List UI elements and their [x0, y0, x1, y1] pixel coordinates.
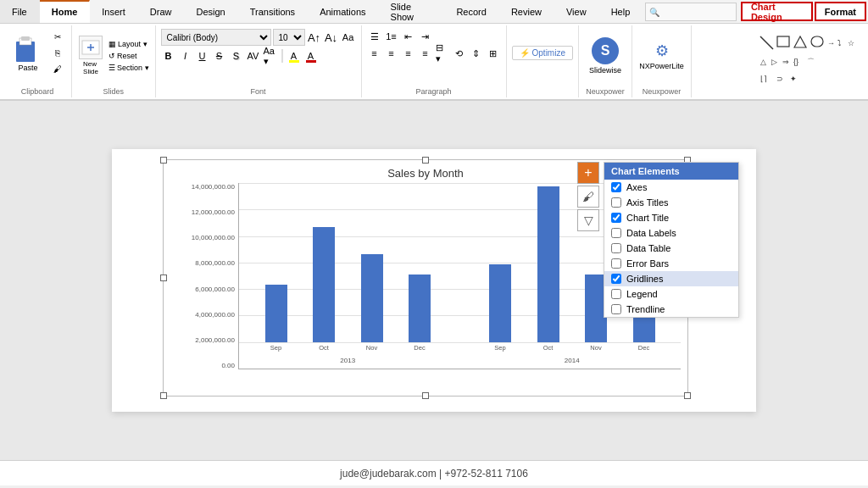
bar-2014-sep [489, 264, 511, 342]
panel-item-data-table[interactable]: Data Table [604, 241, 738, 256]
chart-style-button[interactable]: 🖌 [577, 186, 599, 208]
cut-button[interactable]: ✂ [49, 29, 66, 44]
tab-file[interactable]: File [0, 0, 40, 23]
chart-title-label: Chart Title [626, 213, 669, 223]
slidewise-button[interactable]: S Slidewise [584, 36, 626, 76]
copy-button[interactable]: ⎘ [49, 45, 66, 60]
new-slide-button[interactable]: NewSlide [77, 34, 104, 77]
shadow-button[interactable]: S [229, 48, 244, 64]
slide-canvas: Sales by Month 14,000,000.00 12,000,000.… [112, 149, 756, 412]
axis-titles-checkbox[interactable] [611, 197, 621, 208]
bar-2013-oct [313, 227, 335, 342]
underline-button[interactable]: U [195, 48, 210, 64]
panel-item-data-labels[interactable]: Data Labels [604, 225, 738, 241]
tab-transitions[interactable]: Transitions [238, 0, 308, 23]
handle-bottom-right[interactable] [684, 392, 691, 399]
tab-review[interactable]: Review [499, 0, 554, 23]
numbering-button[interactable]: 1≡ [384, 29, 399, 44]
chart-filter-button[interactable]: ▽ [577, 209, 599, 231]
indent-decrease-button[interactable]: ⇤ [401, 29, 416, 44]
case-button[interactable]: Aa ▾ [263, 48, 278, 64]
svg-text:△: △ [760, 58, 766, 66]
align-text-button[interactable]: ⇕ [469, 46, 484, 61]
svg-text:⌒: ⌒ [807, 58, 815, 66]
neuxpower-slidewise-label: Neuxpower [586, 86, 625, 97]
main-area: Sales by Month 14,000,000.00 12,000,000.… [0, 101, 868, 460]
tab-record[interactable]: Record [444, 0, 498, 23]
panel-item-axes[interactable]: Axes [604, 180, 738, 195]
indent-increase-button[interactable]: ⇥ [418, 29, 433, 44]
handle-middle-left[interactable] [160, 274, 167, 281]
tab-chart-design[interactable]: Chart Design [741, 2, 813, 21]
new-slide-icon [81, 40, 100, 55]
legend-checkbox[interactable] [611, 289, 621, 299]
paste-button[interactable]: Paste [8, 29, 47, 76]
panel-item-error-bars[interactable]: Error Bars [604, 256, 738, 271]
align-justify-button[interactable]: ≡ [418, 46, 433, 61]
tab-animations[interactable]: Animations [308, 0, 378, 23]
panel-item-axis-titles[interactable]: Axis Titles [604, 195, 738, 210]
align-center-button[interactable]: ≡ [384, 46, 399, 61]
contact-info: jude@judebarak.com | +972-52-811 7106 [340, 468, 528, 480]
layout-button[interactable]: ▦Layout ▾ [108, 39, 150, 49]
handle-bottom-middle[interactable] [422, 392, 429, 399]
tab-insert[interactable]: Insert [90, 0, 138, 23]
trendline-checkbox[interactable] [611, 304, 621, 314]
panel-item-chart-title[interactable]: Chart Title [604, 210, 738, 225]
ribbon-content: Paste ✂ ⎘ 🖌 Clipboard [0, 24, 868, 100]
chart-title-checkbox[interactable] [611, 213, 621, 223]
axis-titles-label: Axis Titles [626, 197, 669, 208]
align-left-button[interactable]: ≡ [367, 46, 382, 61]
align-right-button[interactable]: ≡ [401, 46, 416, 61]
optimize-button[interactable]: ⚡ Optimize [512, 46, 573, 60]
font-color-button[interactable]: A [303, 48, 319, 64]
bar-label-sep-2013: Sep [270, 344, 281, 352]
panel-item-trendline[interactable]: Trendline [604, 302, 738, 317]
y-axis: 14,000,000.00 12,000,000.00 10,000,000.0… [170, 183, 238, 369]
text-direction-button[interactable]: ⟲ [452, 46, 467, 61]
tab-format[interactable]: Format [815, 2, 866, 21]
axes-checkbox[interactable] [611, 182, 621, 192]
bullets-button[interactable]: ☰ [367, 29, 382, 44]
tab-slideshow[interactable]: Slide Show [379, 0, 445, 23]
font-size-select[interactable]: 10 [273, 29, 305, 46]
error-bars-checkbox[interactable] [611, 258, 621, 269]
smartart-button[interactable]: ⊞ [486, 46, 501, 61]
format-painter-button[interactable]: 🖌 [49, 61, 66, 76]
status-bar: jude@judebarak.com | +972-52-811 7106 [0, 460, 868, 485]
handle-top-left[interactable] [160, 157, 167, 164]
data-table-checkbox[interactable] [611, 243, 621, 253]
y-label-7: 14,000,000.00 [192, 183, 235, 191]
svg-marker-8 [794, 36, 806, 47]
font-family-select[interactable]: Calibri (Body) [161, 29, 271, 46]
tab-help[interactable]: Help [599, 0, 643, 23]
char-spacing-button[interactable]: AV [246, 48, 261, 64]
gridlines-checkbox[interactable] [611, 274, 621, 284]
handle-bottom-left[interactable] [160, 392, 167, 399]
increase-font-button[interactable]: A↑ [307, 30, 322, 45]
data-labels-checkbox[interactable] [611, 228, 621, 238]
tab-view[interactable]: View [554, 0, 599, 23]
italic-button[interactable]: I [178, 48, 193, 64]
panel-item-gridlines[interactable]: Gridlines [604, 271, 738, 286]
add-element-button[interactable]: + [577, 162, 599, 184]
ribbon-group-optimize: ⚡ Optimize [507, 25, 579, 97]
section-button[interactable]: ☰Section ▾ [108, 63, 150, 73]
clear-format-button[interactable]: Aa [341, 30, 356, 45]
bar-sep: Sep [265, 285, 287, 352]
strikethrough-button[interactable]: S [212, 48, 227, 64]
search-box[interactable]: 🔍 [645, 3, 737, 21]
reset-button[interactable]: ↺Reset [108, 51, 150, 61]
tab-home[interactable]: Home [40, 0, 91, 23]
svg-text:⊃: ⊃ [776, 75, 783, 83]
bold-button[interactable]: B [161, 48, 176, 64]
decrease-font-button[interactable]: A↓ [324, 30, 339, 45]
panel-item-legend[interactable]: Legend [604, 286, 738, 302]
highlight-color-button[interactable]: A [287, 48, 302, 64]
tab-draw[interactable]: Draw [138, 0, 185, 23]
columns-button[interactable]: ⊟ ▾ [435, 46, 450, 61]
y-label-2: 4,000,000.00 [195, 311, 235, 319]
handle-top-middle[interactable] [422, 157, 429, 164]
tab-design[interactable]: Design [184, 0, 237, 23]
y-label-1: 2,000,000.00 [195, 336, 235, 344]
